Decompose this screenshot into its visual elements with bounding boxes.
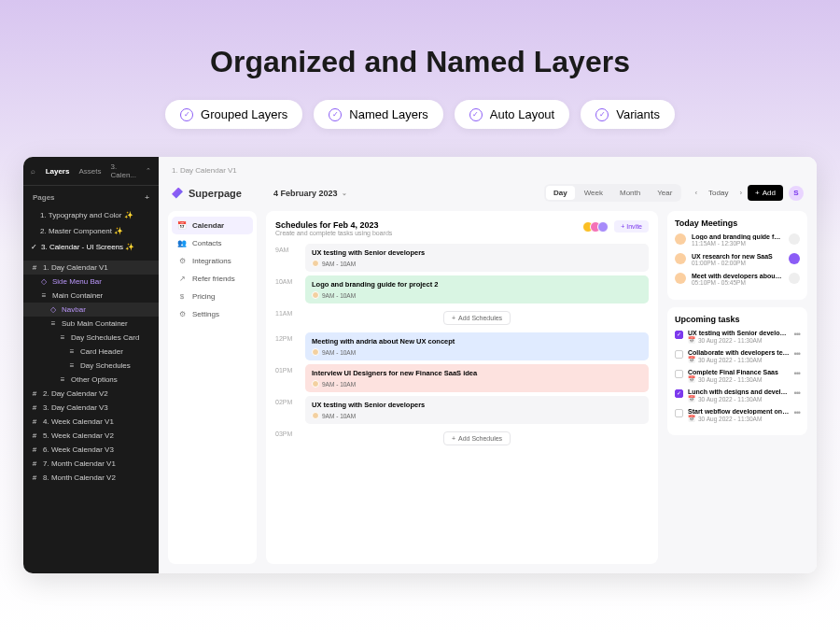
add-schedule-button[interactable]: + Add Schedules [443, 431, 511, 445]
meeting-item[interactable]: Meet with developers about UI... 05:10PM… [675, 273, 800, 286]
view-tab-month[interactable]: Month [612, 186, 648, 200]
add-schedule-button[interactable]: + Add Schedules [443, 311, 511, 325]
avatar-icon [312, 291, 319, 299]
nav-icon: 📅 [177, 221, 187, 230]
layer-item[interactable]: ≡ Sub Main Container [23, 317, 159, 331]
layer-label: 4. Week Calendar V1 [43, 417, 114, 426]
schedule-event[interactable]: UX testing with Senior developers 9AM - … [305, 396, 649, 424]
page-item[interactable]: 1. Typography and Color ✨ [23, 207, 159, 223]
more-icon[interactable]: ••• [794, 388, 800, 398]
more-icon[interactable]: ••• [794, 349, 800, 359]
page-item[interactable]: 2. Master Component ✨ [23, 223, 159, 239]
layer-item[interactable]: # 1. Day Calendar V1 [23, 261, 159, 275]
layer-label: 3. Day Calendar V3 [43, 403, 108, 412]
layer-item[interactable]: # 6. Week Calendar V3 [23, 443, 159, 457]
layer-item[interactable]: ≡ Other Options [23, 373, 159, 387]
view-tab-day[interactable]: Day [546, 186, 575, 200]
schedule-event[interactable]: Interview UI Designers for new Finance S… [305, 364, 649, 392]
nav-item-contacts[interactable]: 👥 Contacts [172, 234, 253, 252]
task-checkbox[interactable] [675, 350, 683, 359]
task-checkbox[interactable] [675, 370, 683, 378]
brand-logo-icon [172, 188, 183, 199]
meeting-item[interactable]: Logo and branding guide for UX... 11:15A… [675, 233, 800, 247]
search-icon[interactable]: ⌕ [31, 167, 36, 176]
layer-item[interactable]: ≡ Day Schedules Card [23, 331, 159, 345]
feature-badge: ✓ Named Layers [314, 100, 443, 129]
event-time: 9AM - 10AM [312, 412, 642, 419]
chevron-right-icon[interactable]: › [739, 189, 742, 197]
file-dropdown[interactable]: 3. Calen... [110, 162, 136, 179]
time-label: 02PM [275, 396, 298, 405]
event-time: 9AM - 10AM [312, 380, 642, 388]
user-avatar[interactable]: S [789, 186, 804, 201]
event-title: UX testing with Senior developers [312, 401, 642, 409]
layer-type-icon: # [31, 417, 38, 426]
task-checkbox[interactable] [675, 409, 683, 417]
layer-item[interactable]: ◇ Side Menu Bar [23, 275, 159, 289]
meeting-action-icon[interactable] [789, 233, 800, 245]
avatar-icon [312, 380, 319, 388]
meeting-time: 05:10PM - 05:45PM [692, 279, 783, 286]
layer-type-icon: # [31, 473, 38, 482]
layer-item[interactable]: # 3. Day Calendar V3 [23, 401, 159, 415]
task-checkbox[interactable] [675, 389, 683, 398]
nav-icon: ⚙ [177, 310, 187, 318]
layer-item[interactable]: # 4. Week Calendar V1 [23, 415, 159, 429]
meeting-action-icon[interactable] [789, 253, 800, 264]
nav-item-integrations[interactable]: ⚙ Integrations [172, 252, 253, 270]
view-tab-week[interactable]: Week [577, 186, 610, 200]
invite-button[interactable]: + Invite [614, 220, 649, 233]
more-icon[interactable]: ••• [794, 408, 800, 417]
meeting-action-icon[interactable] [789, 273, 800, 284]
tab-layers[interactable]: Layers [46, 167, 70, 176]
avatar-stack [586, 221, 609, 233]
layer-type-icon: # [31, 263, 38, 272]
more-icon[interactable]: ••• [794, 369, 800, 378]
layer-item[interactable]: # 7. Month Calendar V1 [23, 457, 159, 471]
layer-label: Side Menu Bar [52, 277, 102, 286]
task-title: Lunch with designs and developers [688, 388, 790, 395]
schedule-event[interactable]: UX testing with Senior developers 9AM - … [305, 244, 649, 272]
nav-item-calendar[interactable]: 📅 Calendar [172, 217, 253, 234]
meeting-item[interactable]: UX research for new SaaS 01:00PM - 02:00… [675, 253, 800, 266]
event-time: 9AM - 10AM [312, 348, 642, 356]
layer-item[interactable]: ◇ Navbar [23, 303, 159, 317]
tasks-panel: Upcoming tasks UX testing with Senior de… [667, 307, 807, 435]
layer-item[interactable]: # 2. Day Calendar V2 [23, 387, 159, 401]
avatar-icon [312, 260, 319, 267]
nav-item-pricing[interactable]: $ Pricing [172, 288, 253, 305]
event-time: 9AM - 10AM [312, 291, 642, 299]
add-button[interactable]: + Add [748, 185, 783, 201]
task-checkbox[interactable] [675, 331, 683, 339]
layer-item[interactable]: # 5. Week Calendar V2 [23, 429, 159, 443]
calendar-icon: 📅 [688, 336, 695, 344]
time-label: 01PM [275, 364, 298, 374]
layer-item[interactable]: # 8. Month Calendar V2 [23, 471, 159, 485]
schedule-event[interactable]: Meeting with andria about New UX concept… [305, 332, 649, 360]
chevron-left-icon[interactable]: ‹ [694, 189, 697, 197]
layer-item[interactable]: ≡ Day Schedules [23, 359, 159, 373]
meetings-panel: Today Meetings Logo and branding guide f… [667, 211, 807, 300]
date-selector[interactable]: 4 February 2023 ⌄ [273, 189, 347, 198]
nav-item-refer-friends[interactable]: ↗ Refer friends [172, 270, 253, 288]
layer-item[interactable]: ≡ Card Header [23, 345, 159, 359]
sidebar-tabs: ⌕ Layers Assets 3. Calen... ⌃ [23, 157, 159, 186]
plus-icon: + [452, 435, 455, 442]
layer-label: 1. Day Calendar V1 [43, 263, 108, 272]
layer-item[interactable]: ≡ Main Container [23, 289, 159, 303]
calendar-icon: 📅 [688, 395, 695, 402]
page-item[interactable]: ✓3. Calendar - UI Screens ✨ [23, 239, 159, 255]
schedule-event[interactable]: Logo and branding guide for project 2 9A… [305, 275, 649, 303]
today-button[interactable]: Today [703, 186, 734, 200]
chevron-down-icon[interactable]: ⌃ [146, 167, 151, 175]
add-page-icon[interactable]: + [145, 193, 149, 202]
view-tab-year[interactable]: Year [650, 186, 679, 200]
tab-assets[interactable]: Assets [78, 167, 101, 176]
more-icon[interactable]: ••• [794, 330, 800, 339]
task-title: UX testing with Senior developer... [688, 330, 790, 336]
layer-type-icon: # [31, 431, 38, 440]
nav-item-settings[interactable]: ⚙ Settings [172, 305, 253, 323]
feature-badge: ✓ Grouped Layers [165, 100, 302, 129]
time-row: 01PM Interview UI Designers for new Fina… [275, 364, 649, 392]
calendar-icon: 📅 [688, 415, 695, 422]
